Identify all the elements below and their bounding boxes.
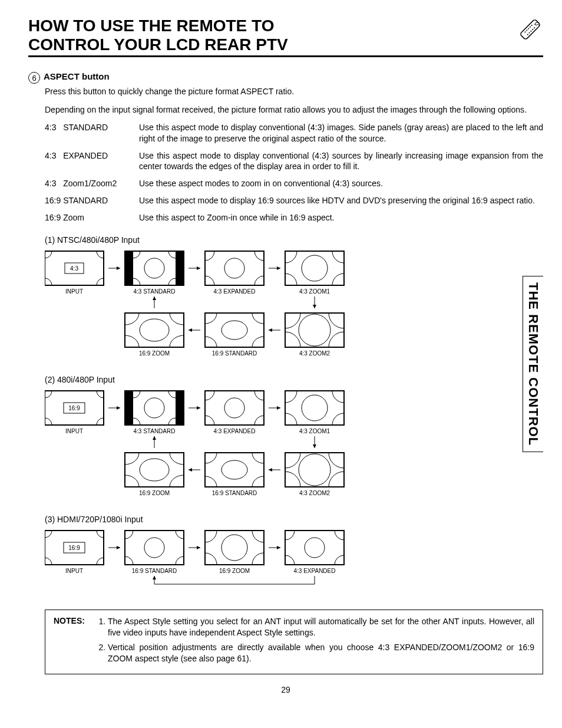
diagram-label: 16:9 STANDARD [212, 490, 257, 496]
svg-point-10 [524, 31, 526, 33]
mode-label: 4:3 Zoom1/Zoom2 [45, 178, 139, 195]
intro-paragraph-1: Press this button to quickly change the … [45, 86, 543, 97]
svg-rect-67 [285, 531, 344, 565]
svg-point-11 [527, 34, 528, 35]
notes-list: The Aspect Style setting you select for … [97, 616, 534, 668]
svg-point-41 [144, 398, 164, 418]
svg-point-8 [526, 29, 528, 31]
page-header: HOW TO USE THE REMOTE TO CONTROL YOUR LC… [28, 17, 543, 57]
page-title: HOW TO USE THE REMOTE TO CONTROL YOUR LC… [28, 17, 288, 54]
remote-control-icon [517, 17, 543, 42]
diagram-label: 4:3 EXPANDED [214, 288, 256, 295]
svg-point-21 [224, 258, 244, 278]
table-row: 16:9 STANDARD Use this aspect mode to di… [45, 195, 543, 212]
svg-rect-23 [285, 251, 344, 285]
notes-item: Vertical position adjustments are direct… [108, 642, 534, 664]
page-title-line1: HOW TO USE THE REMOTE TO [28, 17, 274, 35]
diagram-label: 16:9 STANDARD [132, 568, 177, 574]
diagram-label: INPUT [65, 288, 83, 295]
svg-point-62 [144, 538, 164, 558]
svg-point-29 [222, 321, 247, 340]
mode-label: 16:9 Zoom [45, 212, 139, 229]
diagram-label: 4:3 STANDARD [134, 428, 176, 434]
diagram-1-heading: (1) NTSC/480i/480P Input [45, 235, 543, 245]
diagram-2: 16:9 INPUT 4:3 STANDARD [45, 388, 543, 502]
diagram-label: 4:3 ZOOM2 [299, 350, 330, 357]
svg-point-52 [222, 460, 247, 479]
page-number: 29 [28, 685, 543, 694]
svg-rect-43 [205, 391, 264, 425]
svg-point-9 [528, 32, 530, 34]
svg-rect-31 [285, 313, 344, 347]
svg-point-2 [531, 25, 533, 27]
svg-rect-28 [205, 313, 264, 347]
svg-rect-48 [125, 453, 184, 487]
input-badge: 16:9 [68, 405, 80, 411]
svg-point-47 [302, 395, 328, 421]
svg-point-5 [532, 29, 534, 31]
svg-rect-20 [205, 251, 264, 285]
mode-desc: Use this aspect mode to display conventi… [139, 150, 543, 179]
svg-rect-39 [125, 391, 133, 425]
svg-point-1 [534, 24, 536, 25]
svg-point-24 [302, 255, 328, 281]
diagram-3: 16:9 INPUT 16:9 STANDARD [45, 528, 543, 594]
side-tab-label: THE REMOTE CONTROL [523, 276, 543, 452]
diagram-label: 16:9 STANDARD [212, 350, 257, 357]
diagram-1: 4:3 INPUT 4:3 STANDARD [45, 248, 543, 362]
svg-point-4 [530, 26, 531, 28]
diagram-label: INPUT [65, 568, 83, 574]
aspect-flow-diagram-2: 16:9 INPUT 4:3 STANDARD [45, 388, 375, 500]
svg-rect-15 [125, 251, 184, 285]
svg-rect-38 [125, 391, 184, 425]
diagram-label: 4:3 ZOOM2 [299, 490, 330, 496]
page-title-line2: CONTROL YOUR LCD REAR PTV [28, 35, 288, 54]
diagram-label: 4:3 ZOOM1 [299, 288, 330, 295]
input-badge: 4:3 [70, 265, 78, 272]
diagram-label: 16:9 ZOOM [139, 490, 170, 496]
svg-rect-46 [285, 391, 344, 425]
section-title: ASPECT button [44, 71, 110, 81]
svg-rect-64 [205, 531, 264, 565]
svg-rect-25 [125, 313, 184, 347]
svg-point-7 [530, 30, 532, 32]
section-number-badge: 6 [28, 72, 40, 84]
diagram-label: 4:3 EXPANDED [294, 568, 336, 574]
svg-point-55 [299, 454, 330, 486]
mode-label: 16:9 STANDARD [45, 195, 139, 212]
svg-point-44 [224, 398, 244, 418]
svg-rect-40 [176, 391, 184, 425]
diagram-label: 4:3 ZOOM1 [299, 428, 330, 434]
svg-rect-17 [176, 251, 184, 285]
diagram-label: 4:3 EXPANDED [214, 428, 256, 434]
diagram-label: 16:9 ZOOM [139, 350, 170, 357]
notes-label: NOTES: [54, 616, 91, 668]
aspect-flow-diagram-1: 4:3 INPUT 4:3 STANDARD [45, 248, 375, 360]
intro-paragraph-2: Depending on the input signal format rec… [45, 104, 543, 115]
mode-desc: Use this aspect mode to display conventi… [139, 122, 543, 150]
mode-label: 4:3 EXPANDED [45, 150, 139, 179]
input-badge: 16:9 [68, 545, 80, 551]
svg-point-68 [305, 538, 325, 558]
mode-desc: Use this aspect to Zoom-in once while in… [139, 212, 543, 229]
diagram-label: INPUT [65, 428, 83, 434]
svg-point-32 [299, 314, 330, 346]
mode-desc: Use this aspect mode to display 16:9 sou… [139, 195, 543, 212]
table-row: 4:3 STANDARD Use this aspect mode to dis… [45, 122, 543, 150]
svg-rect-61 [125, 531, 184, 565]
svg-rect-54 [285, 453, 344, 487]
diagram-3-heading: (3) HDMI/720P/1080i Input [45, 515, 543, 524]
diagram-label: 4:3 STANDARD [134, 288, 176, 295]
table-row: 16:9 Zoom Use this aspect to Zoom-in onc… [45, 212, 543, 229]
mode-label: 4:3 STANDARD [45, 122, 139, 150]
table-row: 4:3 Zoom1/Zoom2 Use these aspect modes t… [45, 178, 543, 195]
aspect-flow-diagram-3: 16:9 INPUT 16:9 STANDARD [45, 528, 375, 592]
notes-item: The Aspect Style setting you select for … [108, 616, 534, 638]
svg-point-18 [144, 258, 164, 278]
diagram-label: 16:9 ZOOM [219, 568, 250, 574]
svg-point-26 [140, 319, 169, 341]
svg-rect-16 [125, 251, 133, 285]
diagram-2-heading: (2) 480i/480P Input [45, 375, 543, 384]
notes-box: NOTES: The Aspect Style setting you sele… [45, 610, 543, 674]
svg-point-3 [534, 27, 535, 29]
